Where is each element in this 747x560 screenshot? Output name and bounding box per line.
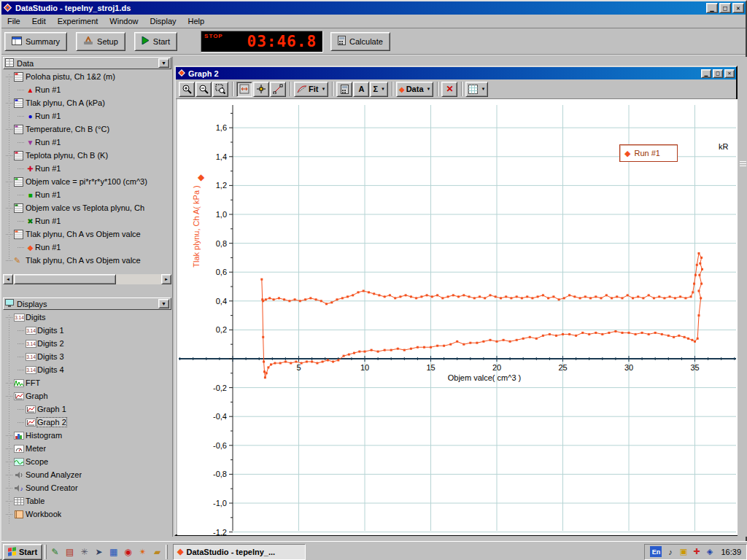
data-item[interactable]: Teplota plynu, Ch B (K) bbox=[3, 149, 171, 162]
slope-tool-button[interactable] bbox=[270, 82, 286, 97]
data-menu-icon: ◆ bbox=[399, 85, 405, 93]
scroll-left-icon[interactable]: ◄ bbox=[3, 274, 13, 284]
data-item[interactable]: Tlak plynu, Ch A vs Objem valce bbox=[3, 228, 171, 241]
tree-branch bbox=[6, 103, 12, 104]
data-item[interactable]: ✎Tlak plynu, Ch A vs Objem valce bbox=[3, 254, 171, 267]
minimize-button[interactable]: ▁ bbox=[706, 3, 718, 13]
folder-icon[interactable]: ▰ bbox=[151, 545, 163, 559]
scheduler-icon[interactable]: ▣ bbox=[678, 546, 689, 558]
remove-button[interactable]: ✕ bbox=[441, 82, 457, 97]
statistics-button[interactable]: Σ▼ bbox=[370, 82, 388, 97]
data-run-item[interactable]: ✖Run #1 bbox=[3, 214, 171, 228]
window-icon[interactable]: ▦ bbox=[107, 545, 120, 559]
keys-icon[interactable]: ✳ bbox=[78, 545, 90, 559]
display-item-scope[interactable]: Scope bbox=[3, 455, 171, 468]
notes-icon[interactable]: ✎ bbox=[49, 545, 61, 559]
data-run-item[interactable]: ●Run #1 bbox=[3, 109, 171, 122]
display-item-digits-2[interactable]: 3.14Digits 2 bbox=[3, 337, 171, 350]
menu-file[interactable]: File bbox=[1, 15, 26, 27]
display-item-graph-2[interactable]: Graph 2 bbox=[3, 416, 171, 429]
datasheet-icon bbox=[14, 230, 26, 239]
scroll-right-icon[interactable]: ► bbox=[161, 274, 171, 284]
display-item-sound-analyzer[interactable]: Sound Analyzer bbox=[3, 468, 171, 481]
zoom-select-button[interactable] bbox=[212, 82, 228, 97]
start-menu-button[interactable]: Start bbox=[3, 544, 42, 560]
displays-panel-dropdown[interactable]: ▼ bbox=[158, 299, 169, 308]
setup-icon bbox=[83, 36, 93, 47]
language-indicator[interactable]: En bbox=[650, 546, 662, 557]
data-panel-dropdown[interactable]: ▼ bbox=[158, 58, 169, 68]
menu-experiment[interactable]: Experiment bbox=[52, 15, 104, 27]
document-icon[interactable]: ▤ bbox=[63, 545, 76, 559]
window-titlebar[interactable]: DataStudio - tepelny_stroj1.ds ▁ □ ✕ bbox=[1, 1, 746, 15]
opera-icon[interactable]: ◉ bbox=[122, 545, 134, 559]
maximize-button[interactable]: □ bbox=[719, 3, 731, 13]
graph-close-button[interactable]: ✕ bbox=[724, 69, 735, 78]
menu-display[interactable]: Display bbox=[144, 15, 182, 27]
graph-window-titlebar[interactable]: Graph 2 ▁ □ ✕ bbox=[176, 67, 736, 79]
taskbar-task-button[interactable]: ◆ DataStudio - tepelny_... bbox=[173, 544, 306, 560]
data-run-item[interactable]: ■Run #1 bbox=[3, 188, 171, 201]
display-item-sound-creator[interactable]: ♪Sound Creator bbox=[3, 481, 171, 494]
chart-canvas[interactable]: 1,61,41,21,00,80,60,40,2-0,2-0,4-0,6-0,8… bbox=[177, 99, 738, 535]
data-item[interactable]: Objem valce vs Teplota plynu, Ch bbox=[3, 201, 171, 214]
display-item-histogram[interactable]: Histogram bbox=[3, 429, 171, 442]
data-menu-button[interactable]: ◆Data▼ bbox=[396, 82, 434, 97]
menu-help[interactable]: Help bbox=[182, 15, 211, 27]
launcher-icon[interactable]: ➤ bbox=[93, 545, 105, 559]
scrollbar-thumb[interactable] bbox=[14, 274, 116, 284]
setup-button[interactable]: Setup bbox=[76, 32, 125, 51]
fit-menu-button[interactable]: Fit▼ bbox=[294, 82, 328, 97]
svg-text:1,6: 1,6 bbox=[216, 123, 227, 132]
scale-lock-button[interactable] bbox=[236, 82, 252, 97]
data-run-item[interactable]: ▼Run #1 bbox=[3, 136, 171, 149]
firewall-icon[interactable]: ◈ bbox=[704, 546, 715, 558]
tree-branch bbox=[6, 155, 12, 156]
display-item-label: Scope bbox=[26, 457, 48, 466]
display-item-graph[interactable]: Graph bbox=[3, 389, 171, 402]
close-button[interactable]: ✕ bbox=[732, 3, 744, 13]
display-item-meter[interactable]: Meter bbox=[3, 442, 171, 455]
zoom-in-button[interactable] bbox=[179, 82, 195, 97]
data-item-label: Objem valce = pi*r*r*y*100 (cm^3) bbox=[26, 177, 147, 186]
display-item-workbook[interactable]: Workbook bbox=[3, 508, 171, 521]
display-item-fft[interactable]: FFT bbox=[3, 376, 171, 389]
start-button[interactable]: Start bbox=[134, 32, 177, 51]
tree-branch bbox=[18, 116, 24, 117]
graph-minimize-button[interactable]: ▁ bbox=[701, 69, 711, 78]
timer-display: STOP 03:46.8 bbox=[201, 31, 323, 52]
smart-tool-button[interactable] bbox=[253, 82, 269, 97]
annotation-button[interactable]: A bbox=[353, 82, 369, 97]
antivirus-icon[interactable]: ✚ bbox=[691, 546, 702, 558]
settings-button[interactable]: ▼ bbox=[465, 82, 488, 97]
display-item-graph-1[interactable]: Graph 1 bbox=[3, 402, 171, 416]
display-item-digits[interactable]: 3.14Digits bbox=[3, 311, 171, 324]
calculate-button[interactable]: Calculate bbox=[330, 32, 390, 51]
zoom-out-button[interactable] bbox=[196, 82, 212, 97]
data-tree-scrollbar[interactable]: ◄ ► bbox=[3, 274, 171, 284]
data-run-item[interactable]: ✚Run #1 bbox=[3, 162, 171, 175]
graph-toolbar: Fit▼AΣ▼◆Data▼✕▼ bbox=[176, 79, 736, 99]
summary-button[interactable]: Summary bbox=[4, 32, 67, 51]
data-item[interactable]: Objem valce = pi*r*r*y*100 (cm^3) bbox=[3, 175, 171, 188]
data-item[interactable]: Poloha pistu, Ch 1&2 (m) bbox=[3, 70, 171, 83]
display-item-table[interactable]: Table bbox=[3, 494, 171, 508]
app-icon bbox=[3, 3, 12, 14]
flame-icon[interactable]: ✴ bbox=[136, 545, 149, 559]
displays-panel-header[interactable]: Displays ▼ bbox=[3, 298, 171, 310]
tree-branch bbox=[6, 475, 12, 475]
display-item-digits-4[interactable]: 3.14Digits 4 bbox=[3, 363, 171, 376]
data-run-item[interactable]: ◆Run #1 bbox=[3, 241, 171, 254]
menu-window[interactable]: Window bbox=[104, 15, 144, 27]
data-item[interactable]: Temperature, Ch B (°C) bbox=[3, 122, 171, 136]
menu-edit[interactable]: Edit bbox=[26, 15, 52, 27]
chart-legend[interactable]: ◆ Run #1 bbox=[619, 144, 678, 162]
display-item-digits-1[interactable]: 3.14Digits 1 bbox=[3, 324, 171, 337]
data-item[interactable]: Tlak plynu, Ch A (kPa) bbox=[3, 96, 171, 109]
data-run-item[interactable]: ▲Run #1 bbox=[3, 83, 171, 96]
data-panel-header[interactable]: Data ▼ bbox=[3, 57, 171, 69]
graph-maximize-button[interactable]: □ bbox=[713, 69, 723, 78]
calculator-button[interactable] bbox=[336, 82, 352, 97]
volume-icon[interactable]: ♪ bbox=[665, 546, 676, 558]
display-item-digits-3[interactable]: 3.14Digits 3 bbox=[3, 350, 171, 363]
